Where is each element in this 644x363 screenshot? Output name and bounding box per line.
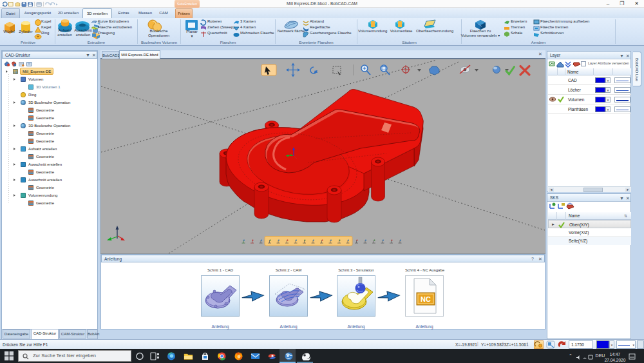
- svg-text:NC: NC: [421, 295, 431, 303]
